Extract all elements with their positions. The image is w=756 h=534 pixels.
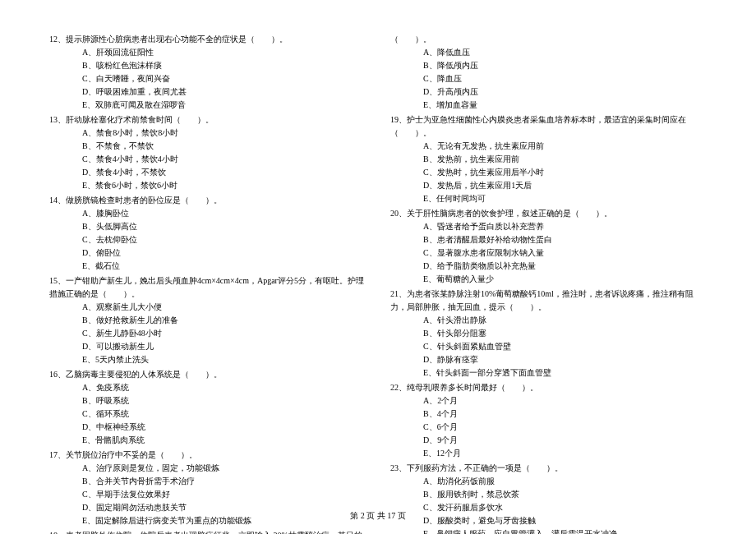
q12-opt-c: C、白天嗜睡，夜间兴奋 bbox=[49, 72, 366, 85]
q19-opt-e: E、任何时间均可 bbox=[390, 192, 707, 205]
question-23: 23、下列服药方法，不正确的一项是（ ）。 A、助消化药饭前服 B、服用铁剂时，… bbox=[390, 462, 707, 534]
q20-opt-d: D、给予脂肪类物质以补充热量 bbox=[390, 260, 707, 273]
q16-opt-c: C、循环系统 bbox=[49, 407, 366, 421]
q21-opt-d: D、静脉有痉挛 bbox=[390, 353, 707, 366]
q23-opt-b: B、服用铁剂时，禁忌饮茶 bbox=[390, 488, 707, 501]
q22-text: 22、纯母乳喂养多长时间最好（ ）。 bbox=[390, 381, 707, 394]
q17-text: 17、关节脱位治疗中不妥的是（ ）。 bbox=[49, 449, 366, 462]
question-15: 15、一产钳助产新生儿，娩出后头颅血肿4cm×4cm×4cm，Apgar评分5分… bbox=[49, 274, 366, 366]
question-19: 19、护士为亚急性细菌性心内膜炎患者采集血培养标本时，最适宜的采集时间应在（ ）… bbox=[390, 113, 707, 205]
q13-opt-c: C、禁食4小时，禁饮4小时 bbox=[49, 153, 366, 166]
question-18-cont: （ ）。 A、降低血压 B、降低颅内压 C、降血压 D、升高颅内压 E、增加血容… bbox=[390, 33, 707, 112]
q18-opt-d: D、升高颅内压 bbox=[390, 85, 707, 99]
q16-opt-a: A、免疫系统 bbox=[49, 381, 366, 394]
q17-opt-c: C、早期手法复位效果好 bbox=[49, 488, 366, 501]
q23-opt-a: A、助消化药饭前服 bbox=[390, 475, 707, 488]
q19-opt-c: C、发热时，抗生素应用后半小时 bbox=[390, 166, 707, 179]
question-14: 14、做膀胱镜检查时患者的卧位应是（ ）。 A、膝胸卧位 B、头低脚高位 C、去… bbox=[49, 194, 366, 273]
q16-opt-e: E、骨骼肌肉系统 bbox=[49, 434, 366, 447]
q15-text: 15、一产钳助产新生儿，娩出后头颅血肿4cm×4cm×4cm，Apgar评分5分… bbox=[49, 274, 366, 301]
q18-cont-text: （ ）。 bbox=[390, 33, 707, 46]
q13-text: 13、肝动脉栓塞化疗术前禁食时间（ ）。 bbox=[49, 113, 366, 127]
q14-opt-c: C、去枕仰卧位 bbox=[49, 233, 366, 246]
q22-opt-b: B、4个月 bbox=[390, 407, 707, 421]
q15-opt-a: A、观察新生儿大小便 bbox=[49, 301, 366, 314]
q13-opt-e: E、禁食6小时，禁饮6小时 bbox=[49, 179, 366, 192]
q17-opt-b: B、合并关节内骨折需手术治疗 bbox=[49, 475, 366, 488]
question-16: 16、乙脑病毒主要侵犯的人体系统是（ ）。 A、免疫系统 B、呼吸系统 C、循环… bbox=[49, 368, 366, 447]
q22-opt-e: E、12个月 bbox=[390, 447, 707, 460]
question-22: 22、纯母乳喂养多长时间最好（ ）。 A、2个月 B、4个月 C、6个月 D、9… bbox=[390, 381, 707, 460]
page-content: 12、提示肺源性心脏病患者出现右心功能不全的症状是（ ）。 A、肝颈回流征阳性 … bbox=[49, 33, 707, 534]
q18-opt-b: B、降低颅内压 bbox=[390, 59, 707, 72]
q12-opt-e: E、双肺底可闻及散在湿啰音 bbox=[49, 99, 366, 112]
q19-opt-b: B、发热前，抗生素应用前 bbox=[390, 153, 707, 166]
q21-opt-c: C、针头斜面紧贴血管壁 bbox=[390, 340, 707, 353]
q13-opt-d: D、禁食4小时，不禁饮 bbox=[49, 166, 366, 179]
q22-opt-c: C、6个月 bbox=[390, 421, 707, 434]
q18-text: 18、患者因脑外伤住院。住院后患者出现脑疝征兆，立即输入 20%甘露醇治疗，其目… bbox=[49, 529, 366, 534]
q12-opt-b: B、咳粉红色泡沫样痰 bbox=[49, 59, 366, 72]
q23-text: 23、下列服药方法，不正确的一项是（ ）。 bbox=[390, 462, 707, 475]
q16-text: 16、乙脑病毒主要侵犯的人体系统是（ ）。 bbox=[49, 368, 366, 381]
q16-opt-d: D、中枢神经系统 bbox=[49, 421, 366, 434]
q15-opt-b: B、做好抢救新生儿的准备 bbox=[49, 314, 366, 327]
q18-opt-e: E、增加血容量 bbox=[390, 99, 707, 112]
q15-opt-c: C、新生儿静卧48小时 bbox=[49, 327, 366, 340]
q12-opt-a: A、肝颈回流征阳性 bbox=[49, 46, 366, 59]
q14-opt-e: E、截石位 bbox=[49, 260, 366, 273]
q13-opt-a: A、禁食8小时，禁饮8小时 bbox=[49, 127, 366, 140]
q17-opt-a: A、治疗原则是复位，固定，功能锻炼 bbox=[49, 462, 366, 475]
left-column: 12、提示肺源性心脏病患者出现右心功能不全的症状是（ ）。 A、肝颈回流征阳性 … bbox=[49, 33, 366, 534]
question-13: 13、肝动脉栓塞化疗术前禁食时间（ ）。 A、禁食8小时，禁饮8小时 B、不禁食… bbox=[49, 113, 366, 192]
q19-opt-d: D、发热后，抗生素应用1天后 bbox=[390, 179, 707, 192]
q14-opt-a: A、膝胸卧位 bbox=[49, 207, 366, 220]
q18-opt-a: A、降低血压 bbox=[390, 46, 707, 59]
q14-opt-b: B、头低脚高位 bbox=[49, 220, 366, 233]
q20-text: 20、关于肝性脑病患者的饮食护理，叙述正确的是（ ）。 bbox=[390, 207, 707, 220]
q15-opt-d: D、可以搬动新生儿 bbox=[49, 340, 366, 353]
q22-opt-d: D、9个月 bbox=[390, 434, 707, 447]
q20-opt-e: E、葡萄糖的入量少 bbox=[390, 273, 707, 286]
q14-text: 14、做膀胱镜检查时患者的卧位应是（ ）。 bbox=[49, 194, 366, 207]
q14-opt-d: D、俯卧位 bbox=[49, 246, 366, 260]
page-footer: 第 2 页 共 17 页 bbox=[0, 510, 756, 522]
q20-opt-a: A、昏迷者给予蛋白质以补充营养 bbox=[390, 220, 707, 233]
question-21: 21、为患者张某静脉注射10%葡萄糖酸钙10ml，推注时，患者诉说疼痛，推注稍有… bbox=[390, 288, 707, 380]
question-12: 12、提示肺源性心脏病患者出现右心功能不全的症状是（ ）。 A、肝颈回流征阳性 … bbox=[49, 33, 366, 112]
q13-opt-b: B、不禁食，不禁饮 bbox=[49, 140, 366, 153]
q22-opt-a: A、2个月 bbox=[390, 394, 707, 407]
question-20: 20、关于肝性脑病患者的饮食护理，叙述正确的是（ ）。 A、昏迷者给予蛋白质以补… bbox=[390, 207, 707, 286]
q18-opt-c: C、降血压 bbox=[390, 72, 707, 85]
q23-opt-e: E、鼻饲病人服药，应自胃管灌入，灌后需温开水冲净 bbox=[390, 527, 707, 534]
q12-text: 12、提示肺源性心脏病患者出现右心功能不全的症状是（ ）。 bbox=[49, 33, 366, 46]
q21-opt-b: B、针头部分阻塞 bbox=[390, 327, 707, 340]
q15-opt-e: E、5天内禁止洗头 bbox=[49, 353, 366, 366]
q20-opt-c: C、显著腹水患者应限制水钠入量 bbox=[390, 246, 707, 260]
q21-opt-a: A、针头滑出静脉 bbox=[390, 314, 707, 327]
right-column: （ ）。 A、降低血压 B、降低颅内压 C、降血压 D、升高颅内压 E、增加血容… bbox=[390, 33, 707, 534]
q20-opt-b: B、患者清醒后最好补给动物性蛋白 bbox=[390, 233, 707, 246]
q21-opt-e: E、针头斜面一部分穿透下面血管壁 bbox=[390, 366, 707, 380]
q19-opt-a: A、无论有无发热，抗生素应用前 bbox=[390, 140, 707, 153]
question-18: 18、患者因脑外伤住院。住院后患者出现脑疝征兆，立即输入 20%甘露醇治疗，其目… bbox=[49, 529, 366, 534]
q21-text: 21、为患者张某静脉注射10%葡萄糖酸钙10ml，推注时，患者诉说疼痛，推注稍有… bbox=[390, 288, 707, 314]
q12-opt-d: D、呼吸困难加重，夜间尤甚 bbox=[49, 85, 366, 99]
q19-text: 19、护士为亚急性细菌性心内膜炎患者采集血培养标本时，最适宜的采集时间应在（ ）… bbox=[390, 113, 707, 140]
q16-opt-b: B、呼吸系统 bbox=[49, 394, 366, 407]
